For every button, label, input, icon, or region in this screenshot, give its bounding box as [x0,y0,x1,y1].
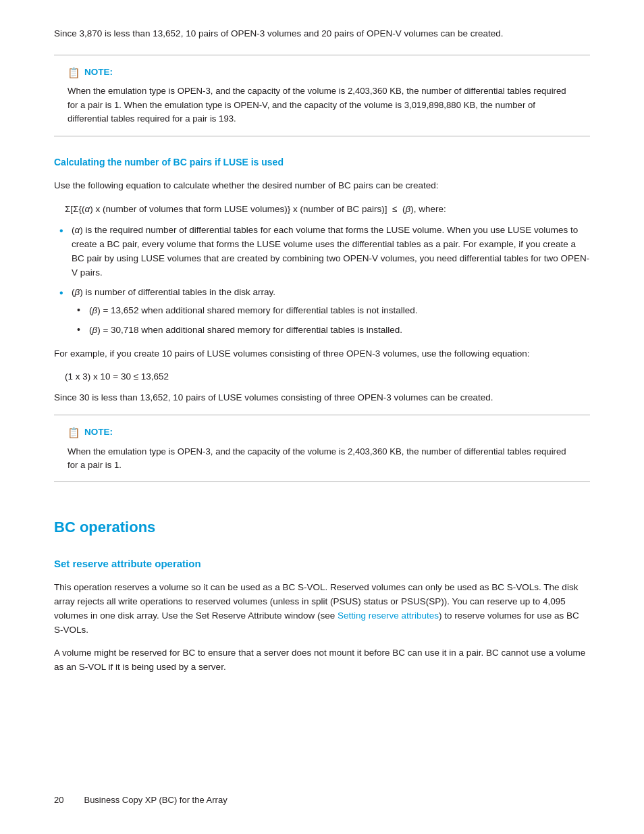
note2-label: NOTE: [84,425,113,440]
example-conclusion: Since 30 is less than 13,652, 10 pairs o… [54,391,590,405]
note-icon-2: 📋 [68,425,80,440]
bullet-item-alpha: (α) is the required number of differenti… [54,224,590,280]
set-reserve-para2: A volume might be reserved for BC to ens… [54,646,590,675]
beta-sub-list: (β) = 13,652 when additional shared memo… [72,304,590,338]
note2-content: When the emulation type is OPEN-3, and t… [68,445,576,473]
set-reserve-para1: This operation reserves a volume so it c… [54,581,590,637]
beta-sub-item-2: (β) = 30,718 when additional shared memo… [72,323,590,338]
note2-header: 📋 NOTE: [68,425,576,440]
bullet-beta-text: (β) is number of differential tables in … [72,287,275,297]
example-intro: For example, if you create 10 pairs of L… [54,347,590,361]
note1-header: 📋 NOTE: [68,65,576,80]
footer-page-number: 20 [54,793,63,807]
note1-label: NOTE: [84,66,113,80]
luse-section-heading: Calculating the number of BC pairs if LU… [54,155,590,170]
note-icon-1: 📋 [68,65,80,80]
bullet-alpha-text: (α) is the required number of differenti… [72,225,589,278]
note1-content: When the emulation type is OPEN-3, and t… [68,84,576,126]
beta-sub-text-1: (β) = 13,652 when additional shared memo… [89,305,418,315]
luse-intro: Use the following equation to calculate … [54,179,590,193]
page: Since 3,870 is less than 13,652, 10 pair… [0,0,644,834]
intro-text: Since 3,870 is less than 13,652, 10 pair… [54,27,590,41]
footer-title: Business Copy XP (BC) for the Array [84,793,227,807]
equation-line: (1 x 3) x 10 = 30 ≤ 13,652 [65,370,590,384]
beta-sub-item-1: (β) = 13,652 when additional shared memo… [72,304,590,318]
luse-bullet-list: (α) is the required number of differenti… [54,224,590,337]
bc-operations-heading: BC operations [54,516,590,539]
bullet-item-beta: (β) is number of differential tables in … [54,286,590,338]
formula-text: Σ[Σ{(α) x (number of volumes that form L… [65,204,446,214]
beta-sub-text-2: (β) = 30,718 when additional shared memo… [89,325,402,335]
set-reserve-heading: Set reserve attribute operation [54,556,590,571]
note-box-1: 📋 NOTE: When the emulation type is OPEN-… [54,55,590,136]
note-box-2: 📋 NOTE: When the emulation type is OPEN-… [54,415,590,482]
setting-reserve-link[interactable]: Setting reserve attributes [338,610,439,621]
footer: 20 Business Copy XP (BC) for the Array [54,793,590,807]
luse-formula: Σ[Σ{(α) x (number of volumes that form L… [54,203,590,217]
intro-paragraph: Since 3,870 is less than 13,652, 10 pair… [54,27,590,41]
